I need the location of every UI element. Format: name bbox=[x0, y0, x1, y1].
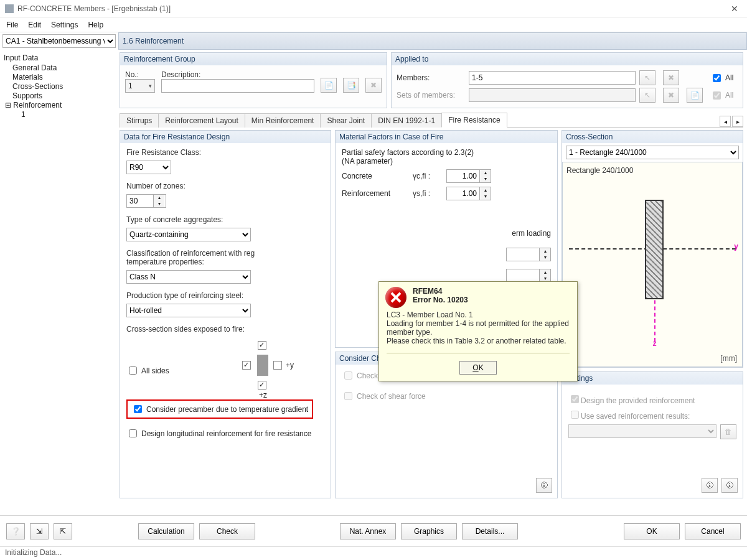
plus-y-label: +y bbox=[286, 361, 294, 370]
menu-file[interactable]: File bbox=[6, 21, 18, 29]
tree-supports[interactable]: Supports bbox=[12, 91, 115, 100]
gamma-sfi-label: γs,fi : bbox=[413, 189, 444, 198]
page-title: 1.6 Reinforcement bbox=[118, 32, 747, 50]
pick-members-button[interactable]: ↖ bbox=[639, 70, 655, 85]
settings-info1-button[interactable]: 🛈 bbox=[702, 478, 718, 493]
tab-stirrups[interactable]: Stirrups bbox=[120, 113, 159, 128]
cancel-button[interactable]: Cancel bbox=[685, 523, 741, 539]
menu-help[interactable]: Help bbox=[88, 21, 103, 29]
error-ok-button[interactable]: OK bbox=[459, 361, 497, 375]
gamma-cfi-input[interactable]: ▴▾ bbox=[446, 169, 491, 183]
tree-input-data[interactable]: Input Data bbox=[4, 54, 115, 62]
design-longitudinal-checkbox[interactable]: Design longitudinal reinforcement for fi… bbox=[126, 427, 311, 439]
tab-min-reinf[interactable]: Min Reinforcement bbox=[245, 113, 321, 128]
status-bar: Initializing Data... bbox=[0, 546, 747, 560]
fire-class-label: Fire Resistance Class: bbox=[126, 148, 324, 157]
import-button[interactable]: ⇲ bbox=[30, 523, 49, 539]
precamber-highlight: Consider precamber due to temperature gr… bbox=[126, 399, 313, 419]
aggregates-select[interactable]: Quartz-containing bbox=[126, 228, 251, 241]
unit-label: [mm] bbox=[720, 354, 737, 363]
plus-z-label: +z bbox=[259, 391, 267, 399]
desc-label: Description: bbox=[161, 70, 314, 79]
classification-label-2: temperature properties: bbox=[126, 258, 324, 266]
applied-to-panel: Applied to Members: ↖ ✖ All Sets of memb… bbox=[391, 52, 743, 108]
reinforcement-group-panel: Reinforcement Group No.: 1▾ Description:… bbox=[120, 52, 387, 108]
classification-select[interactable]: Class N bbox=[126, 270, 251, 284]
tabs-scroll-right[interactable]: ▸ bbox=[732, 116, 743, 127]
tab-fire-resistance[interactable]: Fire Resistance bbox=[441, 113, 507, 128]
delete-group-button[interactable]: ✖ bbox=[365, 78, 382, 93]
description-input[interactable] bbox=[161, 79, 314, 93]
info-button[interactable]: 🛈 bbox=[536, 478, 552, 493]
check-button[interactable]: Check bbox=[199, 523, 255, 539]
expose-left-checkbox[interactable] bbox=[242, 361, 251, 370]
members-input[interactable] bbox=[469, 71, 636, 85]
production-select[interactable]: Hot-rolled bbox=[126, 304, 251, 317]
window-title: RF-CONCRETE Members - [Ergebnisstab (1)] bbox=[17, 4, 727, 13]
hidden-spinner-1[interactable]: ▴▾ bbox=[506, 248, 551, 261]
case-selector[interactable]: CA1 - Stahlbetonbemessung vo bbox=[2, 34, 116, 48]
longterm-fragment: erm loading bbox=[512, 229, 551, 238]
settings-info2-button[interactable]: 🛈 bbox=[721, 478, 738, 493]
menu-settings[interactable]: Settings bbox=[51, 21, 78, 29]
partial-safety-label-2: (NA parameter) bbox=[342, 157, 551, 166]
tree-cross-sections[interactable]: Cross-Sections bbox=[12, 82, 115, 91]
graphics-button[interactable]: Graphics bbox=[401, 523, 457, 539]
sets-input bbox=[469, 88, 636, 102]
details-button[interactable]: Details... bbox=[462, 523, 518, 539]
delete-saved-button: 🗑 bbox=[720, 424, 736, 439]
expose-right-checkbox[interactable] bbox=[273, 361, 282, 370]
reinforcement-label: Reinforcement bbox=[342, 189, 410, 198]
tree-materials[interactable]: Materials bbox=[12, 73, 115, 82]
tree-reinforcement[interactable]: ⊟ Reinforcement bbox=[12, 101, 115, 110]
help-button[interactable]: ❔ bbox=[6, 523, 25, 539]
tabs-scroll-left[interactable]: ◂ bbox=[720, 116, 731, 127]
clear-members-button[interactable]: ✖ bbox=[663, 70, 679, 85]
error-line2: Loading for member 1-4 is not permitted … bbox=[387, 319, 570, 337]
tab-reinf-layout[interactable]: Reinforcement Layout bbox=[158, 113, 245, 128]
copy-group-button[interactable]: 📑 bbox=[343, 78, 359, 93]
axis-y-label: y bbox=[734, 242, 738, 251]
aggregates-label: Type of concrete aggregates: bbox=[126, 215, 324, 224]
gamma-sfi-input[interactable]: ▴▾ bbox=[446, 187, 491, 200]
expose-top-checkbox[interactable] bbox=[258, 341, 266, 350]
tree-general-data[interactable]: General Data bbox=[12, 63, 115, 72]
hidden-spinner-2[interactable]: ▴▾ bbox=[506, 269, 551, 282]
export-button[interactable]: ⇱ bbox=[54, 523, 72, 539]
gamma-cfi-label: γc,fi : bbox=[413, 172, 444, 180]
error-line1: LC3 - Member Load No. 1 bbox=[387, 310, 570, 319]
section-rect-icon bbox=[645, 200, 664, 299]
nav-tree: Input Data General Data Materials Cross-… bbox=[0, 50, 118, 523]
expose-bottom-checkbox[interactable] bbox=[258, 381, 266, 390]
tab-din-en[interactable]: DIN EN 1992-1-1 bbox=[371, 113, 442, 128]
cross-section-select[interactable]: 1 - Rectangle 240/1000 bbox=[566, 146, 739, 159]
precamber-checkbox[interactable]: Consider precamber due to temperature gr… bbox=[131, 403, 308, 415]
design-provided-checkbox: Design the provided reinforcement bbox=[568, 393, 736, 405]
concrete-label: Concrete bbox=[342, 172, 410, 180]
close-icon[interactable]: ✕ bbox=[727, 4, 742, 14]
error-icon bbox=[385, 287, 406, 308]
members-all-checkbox[interactable]: All bbox=[710, 72, 738, 84]
allsides-checkbox[interactable]: All sides bbox=[126, 365, 169, 376]
no-label: No.: bbox=[125, 70, 155, 79]
material-factors-header: Material Factors in Case of Fire bbox=[336, 131, 557, 143]
error-app: RFEM64 bbox=[413, 287, 468, 296]
cross-section-name: Rectangle 240/1000 bbox=[566, 166, 738, 175]
fire-data-header: Data for Fire Resistance Design bbox=[120, 131, 331, 143]
tab-shear-joint[interactable]: Shear Joint bbox=[320, 113, 372, 128]
saved-results-select bbox=[568, 424, 716, 438]
sets-all-checkbox: All bbox=[710, 90, 738, 101]
ok-button[interactable]: OK bbox=[624, 523, 680, 539]
check-shear-checkbox: Check of shear force bbox=[342, 390, 426, 402]
clear-sets-button: ✖ bbox=[663, 88, 679, 103]
nat-annex-button[interactable]: Nat. Annex bbox=[340, 523, 396, 539]
no-select[interactable]: 1▾ bbox=[125, 79, 155, 93]
menu-edit[interactable]: Edit bbox=[28, 21, 41, 29]
new-group-button[interactable]: 📄 bbox=[321, 78, 337, 93]
calculation-button[interactable]: Calculation bbox=[138, 523, 194, 539]
menubar: File Edit Settings Help bbox=[0, 17, 747, 32]
tree-reinf-1[interactable]: 1 bbox=[21, 110, 115, 119]
zones-stepper[interactable]: ▴▾ bbox=[126, 194, 166, 208]
fire-class-select[interactable]: R90 bbox=[126, 161, 171, 174]
exposed-label: Cross-section sides exposed to fire: bbox=[126, 325, 324, 334]
